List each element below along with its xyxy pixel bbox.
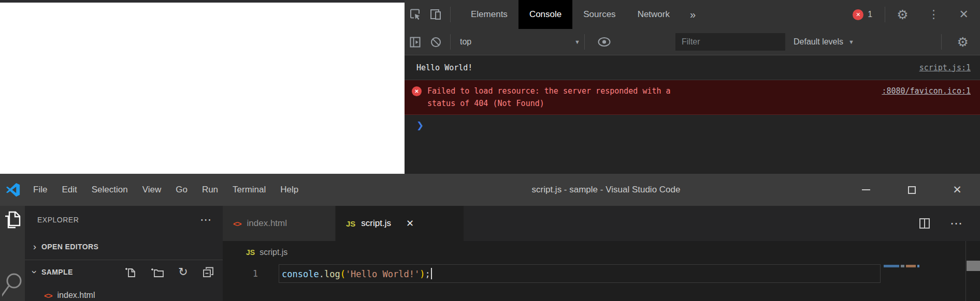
console-log-text: Hello World! — [416, 63, 472, 72]
console-settings-gear-icon[interactable]: ⚙ — [957, 36, 980, 49]
search-icon — [2, 271, 23, 301]
menu-edit[interactable]: Edit — [54, 174, 84, 206]
minimize-icon — [862, 189, 870, 190]
file-item-label: index.html — [57, 291, 95, 300]
tab-close-icon[interactable]: ✕ — [406, 218, 414, 229]
devtools-toolbar-right: ✕ 1 ⚙ ⋮ ✕ — [853, 7, 980, 22]
live-expression-button[interactable] — [597, 37, 611, 47]
menu-file[interactable]: File — [26, 174, 54, 206]
html-file-icon: <> — [44, 291, 52, 300]
close-window-button[interactable]: ✕ — [934, 174, 980, 206]
console-error-row: ✕ Failed to load resource: the server re… — [405, 80, 980, 115]
tab-label: script.js — [361, 218, 391, 229]
toolbar-divider — [450, 34, 451, 50]
line-number: 1 — [223, 268, 258, 279]
minimap-mark — [917, 265, 919, 267]
explorer-activity-button[interactable] — [0, 210, 25, 231]
menu-run[interactable]: Run — [195, 174, 225, 206]
browser-page — [0, 0, 405, 174]
files-icon — [3, 210, 22, 231]
new-folder-icon[interactable] — [151, 266, 164, 278]
javascript-context-selector[interactable]: top ▼ — [460, 37, 580, 47]
menu-go[interactable]: Go — [168, 174, 195, 206]
scrollbar-slider[interactable] — [967, 261, 980, 271]
tab-console[interactable]: Console — [518, 0, 572, 29]
breadcrumb-file: script.js — [260, 248, 287, 257]
console-error-source-link[interactable]: :8080/favicon.ico:1 — [882, 85, 971, 97]
browser-top-strip — [0, 0, 405, 3]
prompt-chevron-icon: ❯ — [416, 120, 424, 130]
minimap-divider — [965, 241, 966, 301]
js-file-icon: JS — [246, 248, 255, 257]
editor-area: <> index.html JS script.js ✕ ⋯ JS — [223, 206, 980, 301]
breadcrumb[interactable]: JS script.js — [223, 241, 980, 264]
toolbar-divider — [450, 7, 451, 22]
chevron-down-icon: ▼ — [574, 39, 580, 45]
editor-tabbar: <> index.html JS script.js ✕ ⋯ — [223, 206, 980, 241]
eye-icon — [597, 37, 611, 47]
chevron-right-icon: › — [30, 241, 39, 252]
devtools-close-icon[interactable]: ✕ — [959, 8, 969, 21]
editor-actions: ⋯ — [919, 206, 980, 241]
minimap[interactable] — [884, 265, 919, 267]
inspect-element-button[interactable] — [405, 4, 425, 25]
more-actions-icon[interactable]: ⋯ — [950, 216, 963, 231]
kebab-menu-icon[interactable]: ⋮ — [928, 8, 940, 21]
new-file-icon[interactable] — [125, 266, 137, 278]
file-item-index-html[interactable]: <> index.html — [25, 284, 223, 301]
minimap-mark — [884, 265, 899, 267]
folder-section[interactable]: › SAMPLE ↻ — [25, 260, 223, 284]
devtools-panel: Elements Console Sources Network » ✕ 1 ⚙… — [405, 0, 980, 174]
token-paren-open: ( — [340, 269, 345, 279]
devtools-main-toolbar: Elements Console Sources Network » ✕ 1 ⚙… — [405, 0, 980, 29]
token-paren-close: ) — [420, 269, 425, 279]
console-sidebar-toggle-button[interactable] — [405, 32, 425, 52]
search-activity-button[interactable] — [0, 271, 25, 301]
log-levels-label: Default levels — [794, 37, 843, 47]
tab-script-js[interactable]: JS script.js ✕ — [336, 206, 464, 241]
folder-actions: ↻ — [125, 266, 217, 278]
minimap-mark — [901, 265, 904, 267]
settings-gear-icon[interactable]: ⚙ — [897, 8, 908, 21]
toolbar-divider — [941, 34, 942, 50]
more-tabs-icon[interactable]: » — [686, 9, 700, 21]
sidebar-header: EXPLORER ⋯ — [25, 206, 223, 234]
sidebar-more-actions-icon[interactable]: ⋯ — [200, 213, 212, 227]
console-messages: Hello World! script.js:1 ✕ Failed to loa… — [405, 55, 980, 130]
menu-terminal[interactable]: Terminal — [225, 174, 273, 206]
devtools-tabs: Elements Console Sources Network » — [460, 0, 700, 29]
window-controls: ✕ — [843, 174, 980, 206]
device-toolbar-toggle-button[interactable] — [425, 4, 446, 25]
open-editors-section[interactable]: › OPEN EDITORS — [25, 234, 223, 260]
tab-sources[interactable]: Sources — [572, 0, 626, 29]
tab-index-html[interactable]: <> index.html — [223, 206, 336, 241]
vscode-titlebar: File Edit Selection View Go Run Terminal… — [0, 174, 980, 206]
code-content: console.log('Hello World!'); — [282, 268, 432, 279]
console-sidebar-icon — [409, 36, 422, 49]
console-prompt-row[interactable]: ❯ — [405, 115, 980, 130]
menu-help[interactable]: Help — [273, 174, 306, 206]
clear-console-icon — [429, 36, 442, 49]
filter-input[interactable] — [675, 33, 785, 51]
log-levels-dropdown[interactable]: Default levels ▼ — [794, 37, 854, 47]
token-dot: . — [319, 269, 324, 279]
split-editor-icon[interactable] — [919, 218, 930, 229]
error-badge-icon[interactable]: ✕ — [853, 9, 863, 20]
minimap-mark — [906, 265, 916, 267]
console-error-text: Failed to load resource: the server resp… — [427, 85, 682, 110]
refresh-icon[interactable]: ↻ — [178, 266, 188, 278]
vscode-logo-icon — [5, 182, 21, 198]
minimize-button[interactable] — [843, 174, 889, 206]
tab-elements[interactable]: Elements — [460, 0, 518, 29]
menu-view[interactable]: View — [135, 174, 169, 206]
console-log-source-link[interactable]: script.js:1 — [919, 63, 971, 72]
vscode-window: File Edit Selection View Go Run Terminal… — [0, 174, 980, 301]
maximize-button[interactable] — [889, 174, 934, 206]
maximize-icon — [908, 186, 916, 194]
menu-selection[interactable]: Selection — [84, 174, 135, 206]
code-line-1[interactable]: 1 console.log('Hello World!'); — [223, 264, 980, 283]
collapse-all-icon[interactable] — [202, 266, 214, 278]
tab-network[interactable]: Network — [627, 0, 681, 29]
error-icon: ✕ — [412, 86, 422, 96]
clear-console-button[interactable] — [425, 32, 446, 52]
